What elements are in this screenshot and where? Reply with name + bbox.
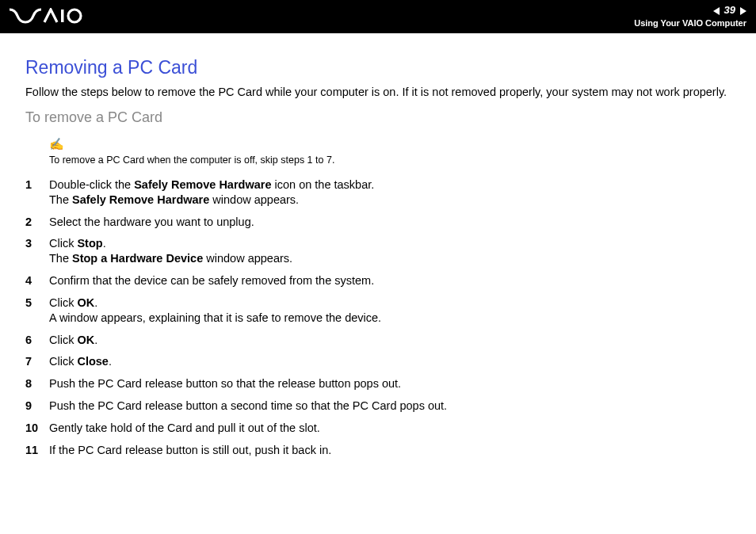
step-body: Click OK.A window appears, explaining th…	[49, 296, 731, 326]
text: Click	[49, 237, 77, 250]
step-body: If the PC Card release button is still o…	[49, 443, 731, 458]
text: icon on the taskbar.	[271, 178, 374, 191]
text: window appears.	[203, 252, 292, 265]
text: If the PC Card release button is still o…	[49, 444, 331, 456]
note-block: ✍ To remove a PC Card when the computer …	[49, 137, 731, 166]
bold-text: Stop a Hardware Device	[72, 252, 203, 265]
step-item: 11If the PC Card release button is still…	[25, 443, 731, 458]
step-line: If the PC Card release button is still o…	[49, 443, 731, 458]
text: .	[94, 296, 97, 309]
bold-text: Close	[77, 355, 109, 368]
step-number: 6	[25, 333, 49, 348]
step-line: Push the PC Card release button a second…	[49, 399, 731, 414]
text: A window appears, explaining that it is …	[49, 311, 381, 324]
step-item: 8Push the PC Card release button so that…	[25, 376, 731, 391]
step-line: Click Stop.	[49, 236, 731, 251]
vaio-logo-svg	[10, 8, 82, 24]
step-number: 2	[25, 215, 49, 230]
bold-text: Safely Remove Hardware	[134, 178, 271, 191]
svg-point-1	[68, 10, 81, 22]
next-page-icon[interactable]	[740, 7, 746, 15]
text: The	[49, 193, 72, 206]
bold-text: OK	[77, 334, 94, 346]
step-item: 3Click Stop.The Stop a Hardware Device w…	[25, 236, 731, 266]
step-line: Double-click the Safely Remove Hardware …	[49, 177, 731, 193]
text: Click	[49, 334, 77, 346]
bold-text: Stop	[77, 237, 102, 250]
text: Confirm that the device can be safely re…	[49, 274, 374, 287]
note-text: To remove a PC Card when the computer is…	[49, 154, 334, 166]
step-body: Double-click the Safely Remove Hardware …	[49, 177, 731, 208]
subtitle: To remove a PC Card	[25, 109, 731, 126]
step-line: Click OK.	[49, 296, 731, 311]
text: .	[103, 237, 106, 250]
step-line: Select the hardware you want to unplug.	[49, 215, 731, 230]
page-navigation: 39	[713, 4, 746, 17]
text: Click	[49, 296, 77, 309]
step-number: 7	[25, 354, 49, 369]
text: Push the PC Card release button a second…	[49, 399, 447, 412]
page-title: Removing a PC Card	[25, 57, 731, 78]
step-line: Gently take hold of the Card and pull it…	[49, 421, 731, 436]
step-body: Select the hardware you want to unplug.	[49, 215, 731, 230]
step-item: 6Click OK.	[25, 333, 731, 348]
header-right: 39 Using Your VAIO Computer	[634, 4, 746, 29]
text: Click	[49, 355, 77, 368]
text: The	[49, 252, 72, 265]
text: Double-click the	[49, 178, 134, 191]
step-number: 4	[25, 273, 49, 288]
section-name: Using Your VAIO Computer	[634, 17, 746, 29]
step-item: 7Click Close.	[25, 354, 731, 369]
note-icon: ✍	[49, 137, 731, 151]
text: Select the hardware you want to unplug.	[49, 216, 254, 228]
step-item: 5Click OK.A window appears, explaining t…	[25, 296, 731, 326]
step-number: 9	[25, 399, 49, 414]
vaio-logo	[10, 5, 82, 29]
step-item: 4Confirm that the device can be safely r…	[25, 273, 731, 288]
step-line: The Stop a Hardware Device window appear…	[49, 251, 731, 266]
svg-rect-0	[61, 10, 64, 22]
intro-paragraph: Follow the steps below to remove the PC …	[25, 85, 731, 100]
page-content: Removing a PC Card Follow the steps belo…	[0, 33, 756, 458]
step-line: Click OK.	[49, 333, 731, 348]
text: window appears.	[209, 193, 299, 206]
text: Push the PC Card release button so that …	[49, 377, 401, 390]
step-line: Push the PC Card release button so that …	[49, 376, 731, 391]
step-number: 11	[25, 443, 49, 458]
text: Gently take hold of the Card and pull it…	[49, 421, 320, 434]
step-body: Gently take hold of the Card and pull it…	[49, 421, 731, 436]
step-item: 2Select the hardware you want to unplug.	[25, 215, 731, 230]
steps-list: 1Double-click the Safely Remove Hardware…	[25, 177, 731, 458]
step-item: 1Double-click the Safely Remove Hardware…	[25, 177, 731, 208]
step-item: 10Gently take hold of the Card and pull …	[25, 421, 731, 436]
step-body: Push the PC Card release button so that …	[49, 376, 731, 391]
step-body: Push the PC Card release button a second…	[49, 399, 731, 414]
bold-text: OK	[77, 296, 94, 309]
step-number: 1	[25, 177, 49, 208]
header-bar: 39 Using Your VAIO Computer	[0, 0, 756, 33]
step-line: Click Close.	[49, 354, 731, 369]
step-line: The Safely Remove Hardware window appear…	[49, 193, 731, 208]
step-number: 8	[25, 376, 49, 391]
step-line: A window appears, explaining that it is …	[49, 311, 731, 326]
prev-page-icon[interactable]	[713, 7, 720, 15]
step-body: Click Close.	[49, 354, 731, 369]
text: .	[109, 355, 112, 368]
step-body: Click Stop.The Stop a Hardware Device wi…	[49, 236, 731, 266]
step-number: 5	[25, 296, 49, 326]
bold-text: Safely Remove Hardware	[72, 193, 209, 206]
text: .	[94, 334, 97, 346]
step-body: Click OK.	[49, 333, 731, 348]
step-line: Confirm that the device can be safely re…	[49, 273, 731, 288]
step-item: 9Push the PC Card release button a secon…	[25, 399, 731, 414]
step-body: Confirm that the device can be safely re…	[49, 273, 731, 288]
step-number: 3	[25, 236, 49, 266]
step-number: 10	[25, 421, 49, 436]
page-number: 39	[724, 4, 735, 17]
